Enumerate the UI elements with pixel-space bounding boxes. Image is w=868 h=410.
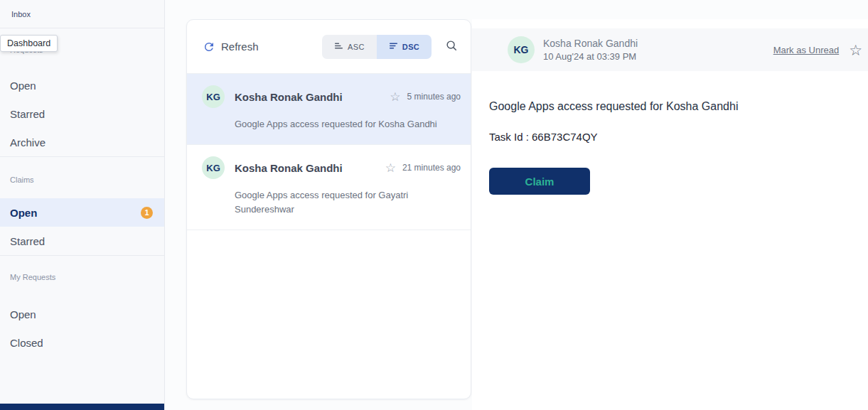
section-label-my-requests: My Requests [10,273,154,281]
avatar: KG [202,85,225,108]
sidebar-item-label: Archive [10,136,45,149]
task-id: Task Id : 66B73C74QY [489,131,851,143]
sidebar-section-my-requests: My Requests Open Closed [0,255,164,357]
sort-asc-label: ASC [348,43,365,51]
sidebar-item-requests-open[interactable]: Open [0,71,164,99]
search-button[interactable] [445,39,458,54]
sidebar-item-requests-starred[interactable]: Starred [0,99,164,128]
sidebar-item-myrequests-open[interactable]: Open [0,300,164,328]
sort-toggle: ASC DSC [322,35,432,59]
mark-as-unread-link[interactable]: Mark as Unread [773,45,839,55]
detail-sender-block: Kosha Ronak Gandhi 10 Aug'24 at 03:39 PM [543,38,638,62]
avatar: KG [508,36,535,63]
star-icon[interactable]: ☆ [390,91,400,103]
sidebar-item-label: Starred [10,235,45,247]
refresh-label: Refresh [221,41,259,53]
detail-timestamp: 10 Aug'24 at 03:39 PM [543,51,638,62]
message-meta: ☆ 5 minutes ago [390,91,461,103]
message-subtitle: Google Apps access requested for Kosha G… [235,117,451,131]
star-icon[interactable]: ☆ [849,43,862,58]
sidebar-bottom-bar [0,404,164,410]
sort-asc-icon [334,41,343,52]
dashboard-tooltip: Dashboard [0,35,58,52]
message-detail-panel: KG Kosha Ronak Gandhi 10 Aug'24 at 03:39… [472,19,868,410]
sidebar-item-label: Open [10,308,36,320]
message-row: KG Kosha Ronak Gandhi ☆ 21 minutes ago [202,156,461,179]
message-list-item[interactable]: KG Kosha Ronak Gandhi ☆ 5 minutes ago Go… [187,74,471,145]
sidebar-section-claims: Claims Open 1 Starred [0,156,164,255]
message-list-panel: Refresh ASC DSC [186,19,471,399]
sidebar-title: Inbox [0,0,164,28]
claim-button[interactable]: Claim [489,168,590,195]
sort-dsc-button[interactable]: DSC [377,35,432,59]
refresh-icon [203,41,215,53]
sort-dsc-label: DSC [402,43,419,51]
sort-asc-button[interactable]: ASC [322,35,377,59]
sidebar: Inbox Requests Open Starred Archive Clai… [0,0,165,410]
message-subtitle: Google Apps access requested for Gayatri… [235,188,451,217]
list-toolbar: Refresh ASC DSC [187,20,471,74]
message-row: KG Kosha Ronak Gandhi ☆ 5 minutes ago [202,85,461,108]
message-list-item[interactable]: KG Kosha Ronak Gandhi ☆ 21 minutes ago G… [187,145,471,230]
detail-sender-name: Kosha Ronak Gandhi [543,38,638,49]
app-window: Inbox Requests Open Starred Archive Clai… [0,0,868,410]
detail-body: Google Apps access requested for Kosha G… [472,71,868,195]
sidebar-item-myrequests-closed[interactable]: Closed [0,328,164,357]
sidebar-item-requests-archive[interactable]: Archive [0,128,164,156]
detail-header: KG Kosha Ronak Gandhi 10 Aug'24 at 03:39… [472,28,868,71]
unread-count-badge: 1 [141,207,153,219]
avatar: KG [202,156,225,179]
sidebar-item-claims-open[interactable]: Open 1 [0,198,164,227]
sidebar-item-label: Open [10,80,36,92]
refresh-button[interactable]: Refresh [203,41,259,53]
sender-name: Kosha Ronak Gandhi [235,91,343,103]
message-time: 21 minutes ago [402,163,461,173]
message-meta: ☆ 21 minutes ago [385,162,461,174]
message-subject: Google Apps access requested for Kosha G… [489,100,851,113]
sender-name: Kosha Ronak Gandhi [235,162,343,174]
section-label-claims: Claims [10,176,154,184]
sort-dsc-icon [389,41,398,52]
sidebar-item-label: Open [10,207,37,219]
sidebar-item-label: Closed [10,337,43,349]
star-icon[interactable]: ☆ [385,162,396,174]
sidebar-item-label: Starred [10,108,45,120]
detail-actions: Mark as Unread ☆ [773,43,862,58]
sidebar-item-claims-starred[interactable]: Starred [0,227,164,255]
message-time: 5 minutes ago [407,92,461,102]
search-icon [445,39,458,54]
